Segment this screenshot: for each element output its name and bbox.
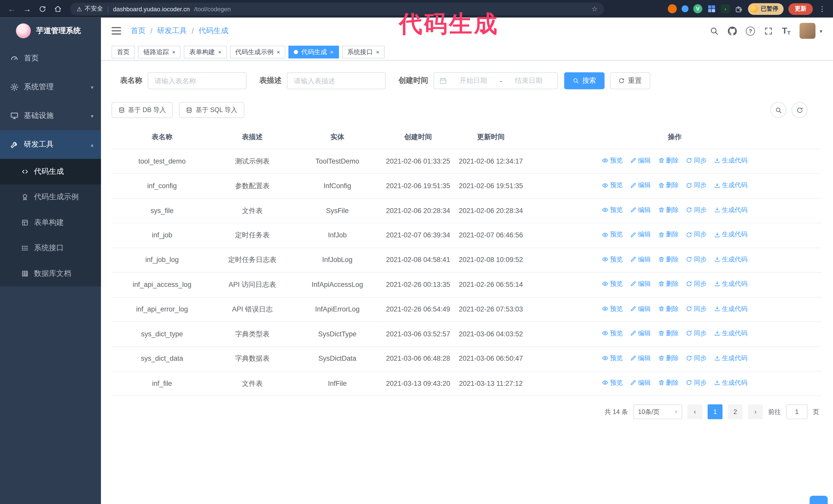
app-logo[interactable]: 芋道管理系统: [0, 18, 101, 44]
sidebar-item-system-api[interactable]: 系统接口: [0, 235, 101, 261]
sidebar-item-infra[interactable]: 基础设施 ▾: [0, 101, 101, 130]
sync-link[interactable]: 同步: [686, 205, 707, 215]
preview-link[interactable]: 预览: [602, 155, 623, 166]
extension-icon-grid[interactable]: [707, 4, 716, 13]
prev-page-button[interactable]: ‹: [687, 405, 702, 419]
sidebar-toggle-icon[interactable]: [112, 27, 121, 34]
close-icon[interactable]: ×: [172, 49, 175, 55]
breadcrumb-home[interactable]: 首页: [131, 26, 146, 35]
browser-back-button[interactable]: ←: [5, 2, 18, 15]
page-button-1[interactable]: 1: [708, 405, 722, 419]
browser-forward-button[interactable]: →: [21, 2, 33, 15]
delete-link[interactable]: 删除: [658, 230, 679, 240]
search-icon[interactable]: [710, 26, 719, 35]
browser-update-button[interactable]: 更新: [788, 3, 813, 15]
preview-link[interactable]: 预览: [602, 230, 623, 240]
delete-link[interactable]: 删除: [658, 329, 679, 338]
tab-codegen[interactable]: 代码生成×: [289, 46, 339, 58]
bookmark-star-icon[interactable]: ☆: [592, 5, 598, 13]
edit-link[interactable]: 编辑: [630, 205, 651, 215]
extension-icon-orange[interactable]: [668, 4, 677, 13]
edit-link[interactable]: 编辑: [630, 279, 651, 289]
tab-tracing[interactable]: 链路追踪×: [138, 46, 181, 58]
sidebar-item-form-builder[interactable]: 表单构建: [0, 210, 101, 235]
sync-link[interactable]: 同步: [686, 304, 707, 314]
sync-link[interactable]: 同步: [686, 378, 707, 388]
generate-code-link[interactable]: 生成代码: [714, 155, 747, 166]
preview-link[interactable]: 预览: [602, 304, 623, 314]
sidebar-item-db-docs[interactable]: 数据库文档: [0, 261, 101, 286]
sidebar-item-codegen[interactable]: 代码生成: [0, 159, 101, 184]
search-button[interactable]: 搜索: [564, 72, 604, 89]
edit-link[interactable]: 编辑: [630, 254, 651, 264]
preview-link[interactable]: 预览: [602, 181, 623, 190]
tab-codegen-demo[interactable]: 代码生成示例×: [230, 46, 285, 58]
github-icon[interactable]: [728, 26, 737, 35]
profile-paused-badge[interactable]: 已暂停: [748, 3, 784, 15]
generate-code-link[interactable]: 生成代码: [714, 181, 747, 190]
preview-link[interactable]: 预览: [602, 378, 623, 388]
browser-menu-icon[interactable]: ⋮: [818, 5, 827, 13]
sync-link[interactable]: 同步: [686, 230, 707, 240]
fullscreen-icon[interactable]: [764, 26, 773, 35]
tab-form-builder[interactable]: 表单构建×: [184, 46, 227, 58]
delete-link[interactable]: 删除: [658, 205, 679, 215]
sidebar-item-codegen-demo[interactable]: 代码生成示例: [0, 184, 101, 210]
preview-link[interactable]: 预览: [602, 329, 623, 338]
delete-link[interactable]: 删除: [658, 378, 679, 388]
import-sql-button[interactable]: 基于 SQL 导入: [179, 102, 244, 118]
user-avatar[interactable]: [800, 23, 815, 39]
generate-code-link[interactable]: 生成代码: [714, 279, 747, 289]
preview-link[interactable]: 预览: [602, 254, 623, 264]
preview-link[interactable]: 预览: [602, 205, 623, 215]
sync-link[interactable]: 同步: [686, 181, 707, 190]
generate-code-link[interactable]: 生成代码: [714, 304, 747, 314]
delete-link[interactable]: 删除: [658, 254, 679, 264]
preview-link[interactable]: 预览: [602, 279, 623, 289]
close-icon[interactable]: ×: [277, 49, 280, 55]
delete-link[interactable]: 删除: [658, 181, 679, 190]
sync-link[interactable]: 同步: [686, 254, 707, 264]
sync-link[interactable]: 同步: [686, 329, 707, 338]
delete-link[interactable]: 删除: [658, 279, 679, 289]
reset-button[interactable]: 重置: [610, 72, 650, 89]
edit-link[interactable]: 编辑: [630, 181, 651, 190]
sidebar-item-home[interactable]: 首页: [0, 44, 101, 73]
page-button-2[interactable]: 2: [728, 405, 743, 419]
browser-refresh-button[interactable]: [36, 2, 49, 15]
edit-link[interactable]: 编辑: [630, 230, 651, 240]
edit-link[interactable]: 编辑: [630, 155, 651, 166]
edit-link[interactable]: 编辑: [630, 353, 651, 363]
sync-link[interactable]: 同步: [686, 155, 707, 166]
help-icon[interactable]: ?: [746, 26, 755, 35]
tab-system-api[interactable]: 系统接口×: [342, 46, 385, 58]
extension-icon-blue[interactable]: [682, 5, 688, 12]
edit-link[interactable]: 编辑: [630, 304, 651, 314]
import-db-button[interactable]: 基于 DB 导入: [112, 102, 173, 118]
page-size-select[interactable]: 10条/页 ▾: [633, 405, 682, 419]
tab-home[interactable]: 首页: [112, 46, 135, 58]
sync-link[interactable]: 同步: [686, 353, 707, 363]
next-page-button[interactable]: ›: [748, 405, 763, 419]
table-name-input[interactable]: [148, 72, 246, 89]
generate-code-link[interactable]: 生成代码: [714, 353, 747, 363]
edit-link[interactable]: 编辑: [630, 378, 651, 388]
table-desc-input[interactable]: [287, 72, 386, 89]
sync-link[interactable]: 同步: [686, 279, 707, 289]
refresh-table-button[interactable]: [791, 102, 807, 118]
goto-page-input[interactable]: [786, 405, 808, 419]
font-size-icon[interactable]: TT: [782, 26, 790, 35]
close-icon[interactable]: ×: [218, 49, 221, 55]
toggle-search-button[interactable]: [770, 102, 786, 118]
avatar-caret-icon[interactable]: ▾: [820, 28, 822, 34]
date-range-picker[interactable]: 开始日期 - 结束日期: [433, 72, 558, 89]
extension-icon-terminal[interactable]: ›: [721, 4, 730, 13]
generate-code-link[interactable]: 生成代码: [714, 230, 747, 240]
sidebar-item-devtools[interactable]: 研发工具 ▴: [0, 130, 101, 159]
delete-link[interactable]: 删除: [658, 155, 679, 166]
generate-code-link[interactable]: 生成代码: [714, 329, 747, 338]
back-to-top-button[interactable]: [810, 496, 828, 504]
edit-link[interactable]: 编辑: [630, 329, 651, 338]
close-icon[interactable]: ×: [330, 49, 333, 55]
breadcrumb-devtools[interactable]: 研发工具: [157, 26, 187, 35]
